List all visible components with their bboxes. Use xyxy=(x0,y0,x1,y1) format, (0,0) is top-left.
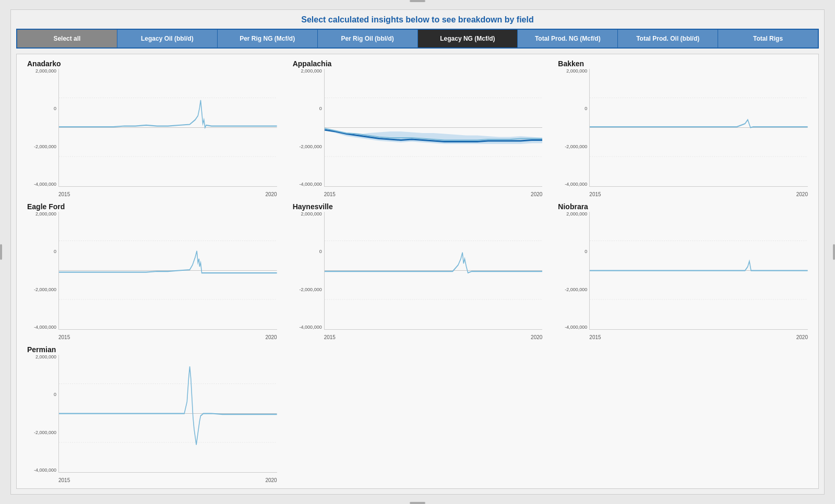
tab-legacy-ng[interactable]: Legacy NG (Mcf/d) xyxy=(418,30,518,47)
eagle-ford-plot xyxy=(58,212,277,330)
chart-empty-2 xyxy=(550,343,816,486)
appalachia-y-axis: 2,000,000 0 -2,000,000 -4,000,000 xyxy=(293,69,324,187)
bakken-y-axis: 2,000,000 0 -2,000,000 -4,000,000 xyxy=(558,69,589,187)
permian-area: 2,000,000 0 -2,000,000 -4,000,000 201 xyxy=(27,355,277,483)
eagle-ford-title: Eagle Ford xyxy=(27,202,277,211)
permian-plot xyxy=(58,355,277,473)
drag-handle-left[interactable] xyxy=(0,244,2,260)
tab-per-rig-oil[interactable]: Per Rig Oil (bbl/d) xyxy=(318,30,418,47)
anadarko-area: 2,000,000 0 -2,000,000 -4,000,000 xyxy=(27,69,277,197)
permian-y-axis: 2,000,000 0 -2,000,000 -4,000,000 xyxy=(27,355,58,473)
appalachia-area: 2,000,000 0 -2,000,000 -4,000,000 xyxy=(293,69,543,197)
bakken-area: 2,000,000 0 -2,000,000 -4,000,000 201 xyxy=(558,69,808,197)
tab-total-rigs[interactable]: Total Rigs xyxy=(718,30,818,47)
niobrara-y-axis: 2,000,000 0 -2,000,000 -4,000,000 xyxy=(558,212,589,330)
appalachia-title: Appalachia xyxy=(293,59,543,68)
tab-legacy-oil[interactable]: Legacy Oil (bbl/d) xyxy=(117,30,218,47)
chart-haynesville: Haynesville 2,000,000 0 -2,000,000 -4,00… xyxy=(285,200,551,343)
eagle-ford-area: 2,000,000 0 -2,000,000 -4,000,000 201 xyxy=(27,212,277,340)
bakken-plot xyxy=(589,69,808,187)
main-container: Select calculated insights below to see … xyxy=(10,9,825,495)
haynesville-title: Haynesville xyxy=(293,202,543,211)
niobrara-area: 2,000,000 0 -2,000,000 -4,000,000 201 xyxy=(558,212,808,340)
anadarko-plot xyxy=(58,69,277,187)
chart-appalachia: Appalachia 2,000,000 0 -2,000,000 -4,000… xyxy=(285,57,551,200)
eagle-ford-y-axis: 2,000,000 0 -2,000,000 -4,000,000 xyxy=(27,212,58,330)
anadarko-x-axis: 2015 2020 xyxy=(58,190,277,197)
appalachia-x-axis: 2015 2020 xyxy=(324,190,543,197)
chart-empty-1 xyxy=(285,343,551,486)
eagle-ford-x-axis: 2015 2020 xyxy=(58,333,277,340)
permian-title: Permian xyxy=(27,345,277,354)
niobrara-title: Niobrara xyxy=(558,202,808,211)
page-title: Select calculated insights below to see … xyxy=(16,15,819,25)
svg-marker-6 xyxy=(325,130,543,144)
drag-handle-top[interactable] xyxy=(410,0,425,2)
bakken-title: Bakken xyxy=(558,59,808,68)
chart-bakken: Bakken 2,000,000 0 -2,000,000 -4,000,000 xyxy=(550,57,816,200)
drag-handle-bottom[interactable] xyxy=(410,502,425,504)
haynesville-plot xyxy=(324,212,543,330)
anadarko-y-axis: 2,000,000 0 -2,000,000 -4,000,000 xyxy=(27,69,58,187)
haynesville-y-axis: 2,000,000 0 -2,000,000 -4,000,000 xyxy=(293,212,324,330)
chart-niobrara: Niobrara 2,000,000 0 -2,000,000 -4,000,0… xyxy=(550,200,816,343)
permian-x-axis: 2015 2020 xyxy=(58,476,277,483)
drag-handle-right[interactable] xyxy=(833,244,835,260)
anadarko-title: Anadarko xyxy=(27,59,277,68)
appalachia-plot xyxy=(324,69,543,187)
haynesville-x-axis: 2015 2020 xyxy=(324,333,543,340)
chart-eagle-ford: Eagle Ford 2,000,000 0 -2,000,000 -4,000… xyxy=(19,200,285,343)
tab-select-all[interactable]: Select all xyxy=(17,30,117,47)
chart-permian: Permian 2,000,000 0 -2,000,000 -4,000,00… xyxy=(19,343,285,486)
chart-anadarko: Anadarko 2,000,000 0 -2,000,000 -4,000,0… xyxy=(19,57,285,200)
tab-bar: Select all Legacy Oil (bbl/d) Per Rig NG… xyxy=(16,29,819,49)
charts-grid: Anadarko 2,000,000 0 -2,000,000 -4,000,0… xyxy=(16,54,819,489)
tab-total-prod-ng[interactable]: Total Prod. NG (Mcf/d) xyxy=(518,30,618,47)
niobrara-plot xyxy=(589,212,808,330)
bakken-x-axis: 2015 2020 xyxy=(589,190,808,197)
niobrara-x-axis: 2015 2020 xyxy=(589,333,808,340)
haynesville-area: 2,000,000 0 -2,000,000 -4,000,000 201 xyxy=(293,212,543,340)
tab-total-prod-oil[interactable]: Total Prod. Oil (bbl/d) xyxy=(618,30,718,47)
tab-per-rig-ng[interactable]: Per Rig NG (Mcf/d) xyxy=(218,30,318,47)
